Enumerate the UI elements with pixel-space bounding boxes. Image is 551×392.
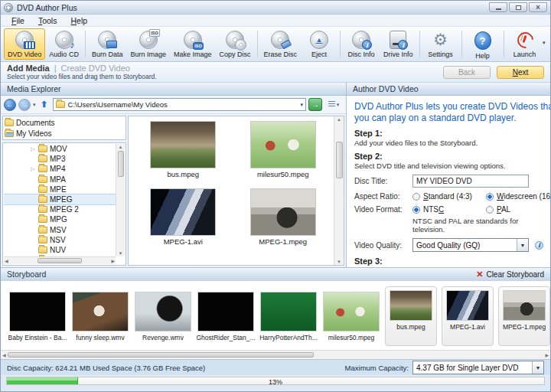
menu-help[interactable]: Help: [64, 15, 93, 26]
scroll-down-icon[interactable]: ▼: [119, 251, 123, 256]
back-nav-icon[interactable]: ←: [4, 99, 16, 111]
radio-icon[interactable]: [412, 206, 420, 214]
storyboard-thumbnail[interactable]: [135, 292, 191, 332]
dropdown-caret-icon[interactable]: ▾: [543, 40, 546, 46]
radio-icon[interactable]: [486, 193, 494, 201]
files-vertical-scrollbar[interactable]: ▲ ▼: [334, 116, 344, 265]
clear-storyboard-button[interactable]: ✕ Clear Storyboard: [476, 270, 544, 279]
tree-folder-item[interactable]: ▷ MP4: [4, 164, 116, 174]
select-dropdown-icon[interactable]: ▼: [517, 239, 528, 251]
storyboard-thumbnail[interactable]: [260, 292, 317, 332]
address-text[interactable]: C:\Users\Username\My Videos: [68, 100, 298, 109]
radio-icon[interactable]: [486, 206, 494, 214]
tree-folder-item[interactable]: MPEG 2: [4, 204, 116, 214]
views-button[interactable]: ▾: [324, 98, 343, 111]
aspect-ratio-option[interactable]: Standard (4:3): [412, 192, 486, 201]
storyboard-item[interactable]: funny sleep.wmv: [71, 292, 129, 341]
aspect-ratio-option[interactable]: Widescreen (16:9): [486, 192, 551, 201]
storyboard-item[interactable]: milesur50.mpeg: [322, 292, 380, 341]
expander-icon[interactable]: ▷: [30, 146, 36, 152]
scrollbar-thumb[interactable]: [118, 151, 124, 177]
tree-folder-item[interactable]: NUV: [4, 245, 116, 255]
menu-tools[interactable]: Tools: [32, 15, 64, 26]
storyboard-item[interactable]: GhostRider_Stan_...: [197, 292, 255, 341]
tree-item-documents[interactable]: Documents: [5, 117, 124, 128]
file-thumbnail[interactable]: [250, 121, 316, 168]
storyboard-item[interactable]: MPEG-1.avi: [442, 286, 494, 346]
tree-horizontal-scrollbar[interactable]: ◀ ▶: [4, 256, 116, 264]
toolbar-button-eject[interactable]: ▾ Eject: [301, 28, 337, 60]
file-thumbnail[interactable]: [150, 188, 216, 236]
file-item[interactable]: bus.mpeg: [137, 121, 229, 188]
tree-vertical-scrollbar[interactable]: ▲ ▼: [116, 144, 125, 256]
storyboard-thumbnail[interactable]: [503, 290, 546, 321]
back-button[interactable]: Back: [443, 66, 491, 79]
scroll-down-icon[interactable]: ▼: [337, 260, 341, 264]
tree-folder-item[interactable]: MPEG: [4, 194, 116, 204]
storyboard-item[interactable]: Baby Einstein - Ba...: [8, 292, 67, 341]
tree-folder-item[interactable]: NSV: [4, 235, 116, 245]
radio-icon[interactable]: [412, 193, 420, 201]
toolbar-button-erase-disc[interactable]: ▾ Erase Disc: [260, 28, 302, 60]
file-item[interactable]: milesur50.mpeg: [237, 121, 329, 188]
file-thumbnail[interactable]: [150, 121, 216, 168]
toolbar-button-disc-info[interactable]: ▾ Disc Info: [343, 28, 380, 60]
close-button[interactable]: ×: [529, 2, 547, 12]
scrollbar-thumb[interactable]: [336, 142, 343, 178]
toolbar-button-launch[interactable]: ▾ Launch: [507, 28, 543, 60]
tree-item-my-videos[interactable]: My Videos: [5, 128, 124, 139]
history-caret-icon[interactable]: ▾: [33, 102, 36, 108]
storyboard-horizontal-scrollbar[interactable]: ◀ ▶: [1, 350, 550, 359]
file-item[interactable]: MPEG-1.mpeg: [237, 188, 329, 256]
tree-folder-item[interactable]: MPE: [4, 185, 116, 194]
storyboard-thumbnail[interactable]: [72, 292, 129, 332]
storyboard-item[interactable]: bus.mpeg: [385, 286, 437, 346]
storyboard-thumbnail[interactable]: [390, 290, 432, 321]
tree-folder-item[interactable]: MPG: [4, 214, 116, 224]
max-capacity-select[interactable]: 4.37 GB for Single Layer DVD ▼: [412, 361, 544, 374]
storyboard-thumbnail[interactable]: [323, 292, 380, 332]
go-button[interactable]: →: [308, 98, 322, 111]
tree-folder-item[interactable]: MSV: [4, 225, 116, 235]
scroll-left-icon[interactable]: ◀: [2, 353, 6, 358]
scrollbar-thumb[interactable]: [37, 258, 82, 263]
info-icon[interactable]: i: [535, 241, 543, 250]
minimize-button[interactable]: [489, 2, 507, 12]
storyboard-item[interactable]: HarryPotterAndTh...: [259, 292, 318, 341]
storyboard-thumbnail[interactable]: [197, 292, 254, 332]
storyboard-item[interactable]: MPEG-1.mpeg: [498, 286, 550, 346]
next-button[interactable]: Next: [497, 66, 544, 79]
file-thumbnail[interactable]: [250, 188, 316, 236]
tree-folder-item[interactable]: MP3: [4, 154, 116, 164]
tree-folder-item[interactable]: MPA: [4, 175, 116, 185]
select-dropdown-icon[interactable]: ▼: [532, 361, 543, 374]
scroll-up-icon[interactable]: ▲: [119, 145, 123, 149]
storyboard-thumbnail[interactable]: [9, 292, 66, 332]
tree-folder-item[interactable]: ▷ MOV: [4, 144, 116, 154]
video-format-option[interactable]: NTSC: [412, 205, 486, 214]
scroll-right-icon[interactable]: ▶: [545, 353, 549, 358]
toolbar-button-audio-cd[interactable]: ▾ Audio CD: [45, 28, 83, 60]
toolbar-button-burn-image[interactable]: ▾ Burn Image: [126, 28, 170, 60]
restore-button[interactable]: [509, 2, 527, 12]
storyboard-item[interactable]: Revenge.wmv: [134, 292, 192, 341]
toolbar-button-burn-data[interactable]: ▾ Burn Data: [88, 28, 127, 60]
toolbar-button-dvd-video[interactable]: ▾ DVD Video: [4, 28, 45, 60]
forward-nav-icon[interactable]: →: [18, 99, 31, 111]
toolbar-button-help[interactable]: ▾ Help: [465, 28, 501, 60]
menu-file[interactable]: File: [5, 15, 31, 26]
video-format-option[interactable]: PAL: [486, 205, 551, 214]
toolbar-button-make-image[interactable]: ▾ Make Image: [170, 28, 216, 60]
toolbar-button-drive-info[interactable]: ▾ Drive Info: [380, 28, 417, 60]
video-quality-select[interactable]: Good Quality (GQ) ▼: [412, 238, 529, 252]
storyboard-thumbnail[interactable]: [446, 290, 489, 321]
scroll-left-icon[interactable]: ◀: [5, 259, 8, 263]
scrollbar-thumb[interactable]: [8, 352, 314, 358]
expander-icon[interactable]: ▷: [30, 166, 36, 172]
toolbar-button-settings[interactable]: ▾ Settings: [422, 28, 459, 60]
scroll-up-icon[interactable]: ▲: [337, 117, 341, 122]
file-item[interactable]: MPEG-1.avi: [137, 188, 229, 256]
scroll-right-icon[interactable]: ▶: [111, 259, 115, 263]
toolbar-button-copy-disc[interactable]: ▾ Copy Disc: [215, 28, 254, 60]
disc-title-input[interactable]: [412, 175, 529, 188]
